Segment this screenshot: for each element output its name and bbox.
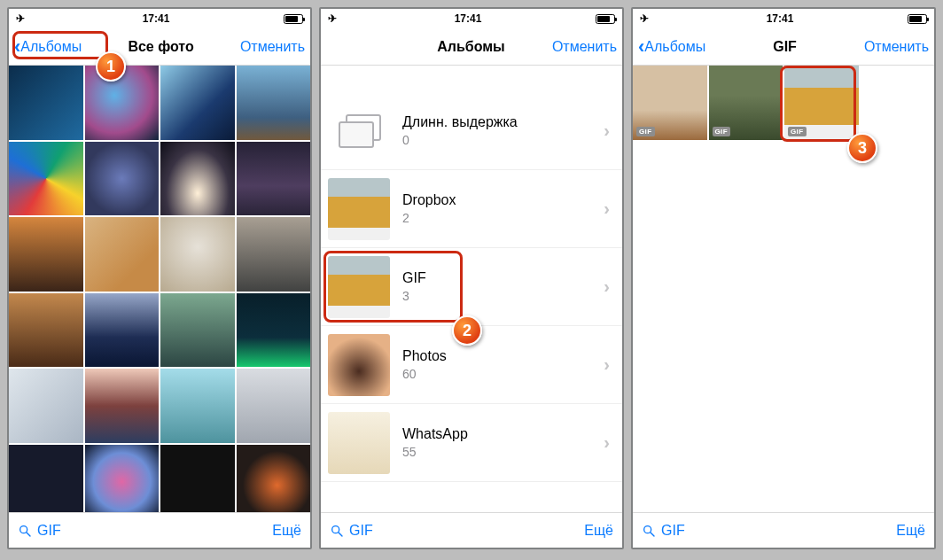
airplane-icon: ✈︎ [640, 12, 649, 25]
album-count: 60 [402, 367, 604, 381]
photo-thumb[interactable] [237, 369, 311, 443]
gif-grid[interactable]: GIF GIF GIF 3 [633, 66, 934, 512]
photo-thumb[interactable] [160, 369, 235, 443]
step-badge-2: 2 [452, 315, 482, 346]
photo-thumb[interactable] [160, 66, 235, 140]
album-row-dropbox[interactable]: Dropbox 2 › [321, 170, 622, 248]
svg-point-2 [332, 525, 339, 533]
more-button[interactable]: Ещё [896, 523, 925, 539]
screen-albums: ✈︎ 17:41 Альбомы Отменить Длинн. выдержк… [319, 7, 624, 549]
gif-thumb[interactable]: GIF [633, 66, 707, 140]
status-time: 17:41 [340, 12, 596, 25]
photo-thumb[interactable] [160, 445, 235, 513]
album-thumb [328, 256, 390, 318]
svg-point-4 [644, 525, 651, 533]
screen-all-photos: ✈︎ 17:41 ‹ Альбомы Все фото Отменить 1 [7, 7, 312, 549]
bottom-bar: GIF Ещё [633, 512, 934, 548]
cancel-button[interactable]: Отменить [864, 39, 929, 55]
more-button[interactable]: Ещё [272, 523, 301, 539]
photo-grid[interactable] [9, 66, 310, 512]
status-bar: ✈︎ 17:41 [9, 9, 310, 28]
photo-thumb[interactable] [160, 217, 235, 292]
search-gif-button[interactable]: GIF [642, 523, 685, 539]
cancel-button[interactable]: Отменить [552, 39, 617, 55]
photo-thumb[interactable] [85, 217, 160, 292]
album-name: Photos [402, 348, 604, 364]
photo-thumb[interactable] [160, 293, 235, 368]
photo-thumb[interactable] [85, 293, 160, 368]
photo-thumb[interactable] [9, 293, 83, 368]
photo-thumb[interactable] [237, 66, 311, 140]
photo-thumb[interactable] [85, 142, 160, 216]
gif-badge: GIF [713, 127, 731, 136]
bottom-bar: GIF Ещё [9, 512, 310, 548]
screen-gif-album: ✈︎ 17:41 ‹ Альбомы GIF Отменить GIF [631, 7, 936, 549]
chevron-right-icon: › [604, 198, 610, 219]
photo-thumb[interactable] [9, 369, 83, 443]
bottom-bar: GIF Ещё [321, 512, 622, 548]
search-icon [330, 524, 344, 538]
photo-thumb[interactable] [237, 142, 311, 216]
svg-line-3 [339, 533, 342, 536]
search-icon [18, 524, 32, 538]
svg-line-5 [651, 533, 654, 536]
photo-thumb[interactable] [9, 66, 83, 140]
album-row-long-exposure[interactable]: Длинн. выдержка 0 › [321, 92, 622, 170]
page-title: Альбомы [390, 39, 552, 55]
photo-thumb[interactable] [85, 369, 160, 443]
album-count: 0 [402, 133, 604, 147]
search-gif-label: GIF [661, 523, 685, 539]
album-name: Длинн. выдержка [402, 114, 604, 130]
step-badge-3: 3 [847, 133, 877, 163]
photo-thumb[interactable] [237, 445, 311, 513]
cancel-button[interactable]: Отменить [240, 39, 305, 55]
back-button-albums[interactable]: ‹ Альбомы [638, 37, 705, 57]
album-count: 2 [402, 211, 604, 225]
photo-thumb[interactable] [85, 445, 160, 513]
more-button[interactable]: Ещё [584, 523, 613, 539]
battery-icon [284, 14, 303, 24]
album-name: GIF [402, 270, 604, 286]
navbar: Альбомы Отменить [321, 28, 622, 66]
gif-badge: GIF [636, 127, 655, 136]
chevron-right-icon: › [604, 432, 610, 453]
svg-point-0 [20, 525, 27, 533]
photo-thumb[interactable] [9, 217, 83, 292]
search-gif-button[interactable]: GIF [330, 523, 373, 539]
search-gif-label: GIF [37, 523, 61, 539]
back-label: Альбомы [644, 39, 705, 55]
album-list[interactable]: Длинн. выдержка 0 › Dropbox 2 › [321, 66, 622, 512]
svg-line-1 [27, 533, 30, 536]
album-count: 3 [402, 289, 604, 303]
album-count: 55 [402, 445, 604, 459]
gif-thumb[interactable]: GIF [784, 66, 859, 140]
album-name: Dropbox [402, 192, 604, 208]
album-row-gif[interactable]: GIF 3 › [321, 248, 622, 326]
chevron-right-icon: › [604, 354, 610, 375]
album-thumb [328, 412, 390, 474]
back-button-albums[interactable]: ‹ Альбомы [14, 37, 82, 57]
search-gif-button[interactable]: GIF [18, 523, 61, 539]
album-thumb [328, 178, 390, 240]
photo-thumb[interactable] [237, 217, 311, 292]
step-badge-1: 1 [96, 51, 126, 82]
navbar: ‹ Альбомы GIF Отменить [633, 28, 934, 66]
album-row-whatsapp[interactable]: WhatsApp 55 › [321, 404, 622, 482]
back-label: Альбомы [20, 39, 82, 55]
search-gif-label: GIF [349, 523, 373, 539]
album-thumb [328, 100, 390, 162]
photo-thumb[interactable] [9, 445, 83, 513]
airplane-icon: ✈︎ [16, 12, 25, 25]
battery-icon [908, 14, 927, 24]
photo-thumb[interactable] [237, 293, 311, 368]
chevron-left-icon: ‹ [14, 37, 20, 57]
page-title: GIF [705, 39, 864, 55]
status-bar: ✈︎ 17:41 [321, 9, 622, 28]
status-bar: ✈︎ 17:41 [633, 9, 934, 28]
chevron-right-icon: › [604, 121, 610, 141]
photo-thumb[interactable] [9, 142, 83, 216]
chevron-right-icon: › [604, 276, 610, 297]
gif-thumb[interactable]: GIF [709, 66, 783, 140]
photo-thumb[interactable] [160, 142, 235, 216]
navbar: ‹ Альбомы Все фото Отменить 1 [9, 28, 310, 66]
